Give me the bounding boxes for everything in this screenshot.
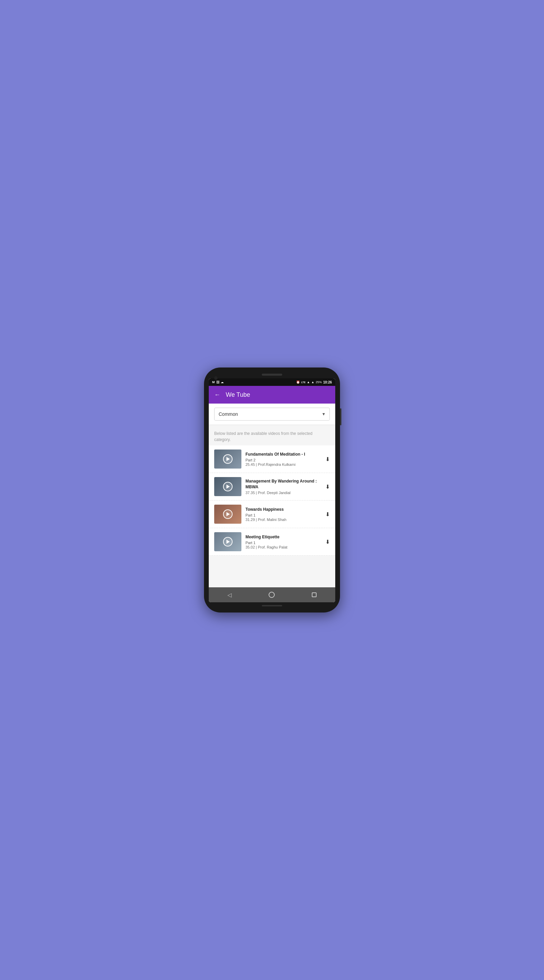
gallery-icon: 🖼 <box>216 380 219 384</box>
download-button-1[interactable]: ⬇ <box>325 456 330 463</box>
category-description: Below listed are the available videos fr… <box>209 425 335 445</box>
dropdown-container: Common Management Technology Health ▼ <box>209 404 335 425</box>
video-thumbnail-1 <box>214 450 241 469</box>
home-circle-icon <box>269 592 275 598</box>
battery-percentage: 25% <box>316 380 322 384</box>
video-thumbnail-2 <box>214 477 241 496</box>
video-meta-3: 31.29 | Prof. Malini Shah <box>246 517 321 522</box>
play-button-2 <box>223 482 233 492</box>
category-dropdown[interactable]: Common Management Technology Health <box>214 408 330 421</box>
phone-bottom-bar <box>209 605 335 606</box>
play-button-3 <box>223 509 233 519</box>
video-item-4[interactable]: Meeting Etiquette Part 1 35.02 | Prof. R… <box>209 528 335 556</box>
video-info-2: Management By Wandering Around : MBWA 37… <box>246 479 321 495</box>
app-bar: ← We Tube <box>209 386 335 404</box>
category-dropdown-wrapper[interactable]: Common Management Technology Health ▼ <box>214 408 330 421</box>
lte-label: LTE <box>301 381 306 383</box>
nav-back-button[interactable]: ◁ <box>227 592 232 598</box>
video-part-4: Part 1 <box>246 541 321 545</box>
recent-square-icon <box>312 592 317 597</box>
play-triangle-icon <box>227 457 230 461</box>
play-button-1 <box>223 454 233 464</box>
play-triangle-icon-3 <box>227 512 230 516</box>
wifi-icon: ▲ <box>307 380 310 384</box>
video-part-3: Part 1 <box>246 513 321 517</box>
nav-recent-button[interactable] <box>312 592 317 597</box>
status-left-icons: M 🖼 ☁ <box>212 380 224 384</box>
video-thumbnail-4 <box>214 532 241 551</box>
video-meta-2: 37.35 | Prof. Deepti Jandial <box>246 491 321 495</box>
home-indicator <box>262 605 282 606</box>
phone-top-bar <box>209 374 335 375</box>
alarm-icon: ⏰ <box>296 380 300 384</box>
clock: 10:26 <box>323 380 332 384</box>
video-info-4: Meeting Etiquette Part 1 35.02 | Prof. R… <box>246 534 321 549</box>
play-triangle-icon-4 <box>227 540 230 544</box>
nav-home-button[interactable] <box>269 592 275 598</box>
phone-speaker <box>262 374 282 375</box>
download-button-2[interactable]: ⬇ <box>325 484 330 490</box>
video-info-1: Fundamentals Of Meditation - I Part 2 25… <box>246 452 321 466</box>
back-nav-icon: ◁ <box>227 592 232 598</box>
video-thumbnail-3 <box>214 504 241 524</box>
video-meta-4: 35.02 | Prof. Raghu Palat <box>246 545 321 549</box>
video-list: Fundamentals Of Meditation - I Part 2 25… <box>209 445 335 556</box>
phone-device: M 🖼 ☁ ⏰ LTE ▲ ▲ 25% 10:26 ← We Tube Comm… <box>204 368 340 612</box>
video-title-4: Meeting Etiquette <box>246 534 321 540</box>
video-title-1: Fundamentals Of Meditation - I <box>246 452 321 457</box>
play-triangle-icon-2 <box>227 485 230 488</box>
app-title: We Tube <box>226 391 250 398</box>
video-item-2[interactable]: Management By Wandering Around : MBWA 37… <box>209 473 335 501</box>
content-area: Below listed are the available videos fr… <box>209 425 335 587</box>
video-meta-1: 25.45 | Prof.Rajendra Kulkarni <box>246 463 321 466</box>
bottom-nav: ◁ <box>209 587 335 602</box>
video-info-3: Towards Happiness Part 1 31.29 | Prof. M… <box>246 507 321 522</box>
volume-button <box>340 408 341 425</box>
video-part-1: Part 2 <box>246 458 321 462</box>
app-icon-m: M <box>212 380 215 384</box>
video-title-3: Towards Happiness <box>246 507 321 512</box>
video-item-3[interactable]: Towards Happiness Part 1 31.29 | Prof. M… <box>209 501 335 528</box>
phone-screen: M 🖼 ☁ ⏰ LTE ▲ ▲ 25% 10:26 ← We Tube Comm… <box>209 379 335 602</box>
video-title-2: Management By Wandering Around : MBWA <box>246 479 321 490</box>
back-button[interactable]: ← <box>214 391 220 398</box>
status-bar: M 🖼 ☁ ⏰ LTE ▲ ▲ 25% 10:26 <box>209 379 335 386</box>
signal-icon: ▲ <box>311 380 314 384</box>
download-button-3[interactable]: ⬇ <box>325 511 330 517</box>
play-button-4 <box>223 537 233 546</box>
video-item-1[interactable]: Fundamentals Of Meditation - I Part 2 25… <box>209 445 335 473</box>
status-right-icons: ⏰ LTE ▲ ▲ 25% 10:26 <box>296 380 332 384</box>
weather-icon: ☁ <box>220 380 224 384</box>
front-camera <box>214 376 217 380</box>
download-button-4[interactable]: ⬇ <box>325 539 330 545</box>
